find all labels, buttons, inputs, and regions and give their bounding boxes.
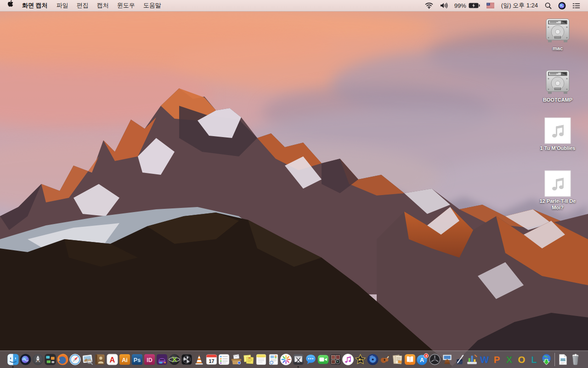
desktop-wallpaper	[0, 0, 588, 368]
excel-x-icon: X	[503, 353, 515, 366]
safari-icon	[69, 353, 81, 366]
dock-item-lync[interactable]: L	[528, 351, 540, 368]
dock-item-vlc[interactable]	[193, 351, 205, 368]
dock-item-web-downloader[interactable]	[540, 351, 553, 368]
dock-item-reminders[interactable]	[218, 351, 230, 368]
dock-item-itunes[interactable]	[342, 351, 354, 368]
battery-status[interactable]: 99%	[451, 0, 483, 11]
hard-drive-icon	[544, 68, 571, 96]
menu-help[interactable]: 도움말	[139, 0, 165, 11]
dock-item-projects-app[interactable]	[391, 351, 404, 368]
menu-capture[interactable]: 캡처	[93, 0, 113, 11]
document-file-icon	[557, 353, 569, 366]
siri-icon	[19, 353, 32, 366]
menu-app-name[interactable]: 화면 캡처	[17, 0, 52, 11]
svg-text:4: 4	[425, 354, 427, 358]
desktop-icon-label: 1 Tu M'Oublies	[535, 145, 581, 152]
dock-item-imovie[interactable]	[354, 351, 367, 368]
audio-file-icon	[544, 117, 571, 144]
mail-archive-box-icon	[230, 353, 243, 366]
indesign-icon: ID	[143, 353, 156, 366]
grab-scissors-icon	[292, 353, 305, 366]
desktop-icon-audio-2[interactable]: 12 Parle-T-Il De Moi?	[535, 170, 581, 211]
dock-item-acrobat[interactable]: A	[106, 351, 119, 368]
svg-text:Ps: Ps	[133, 357, 140, 363]
menu-window[interactable]: 윈도우	[113, 0, 139, 11]
wifi-icon[interactable]	[422, 0, 436, 11]
menu-file[interactable]: 파일	[52, 0, 73, 11]
dock-item-preview[interactable]	[81, 351, 94, 368]
battery-percent: 99%	[454, 2, 466, 9]
volume-icon[interactable]	[436, 0, 451, 11]
desktop-icon-label: BOOTCAMP	[535, 97, 581, 104]
dock-item-toast[interactable]	[156, 351, 168, 368]
dock-item-indesign[interactable]: ID	[143, 351, 156, 368]
vlc-cone-icon	[193, 353, 205, 366]
reminders-icon	[218, 353, 230, 366]
spotlight-search-icon[interactable]	[542, 0, 555, 11]
dock-item-outlook[interactable]: O	[515, 351, 528, 368]
dock-item-keynote[interactable]	[441, 351, 453, 368]
dock-item-grab-screen-capture[interactable]	[292, 351, 305, 368]
dock-item-firefox[interactable]	[57, 351, 69, 368]
pages-inkwell-icon	[453, 353, 466, 366]
dock-item-document-file[interactable]	[557, 351, 569, 368]
dock-item-illustrator[interactable]: Ai	[119, 351, 131, 368]
menu-bar: 화면 캡처 파일 편집 캡처 윈도우 도움말 99%	[0, 0, 588, 12]
desktop-icon-label: 12 Parle-T-Il De Moi?	[535, 198, 581, 211]
calendar-icon: 17	[205, 353, 218, 366]
dock-item-photo-booth[interactable]	[329, 351, 342, 368]
powerpoint-p-icon: P	[491, 353, 503, 366]
ibooks-icon	[404, 353, 416, 366]
dock-item-calendar[interactable]: 17	[205, 351, 218, 368]
svg-text:A: A	[420, 357, 424, 363]
dock-item-numbers[interactable]	[466, 351, 478, 368]
dock-item-mission-control[interactable]	[44, 351, 57, 368]
siri-icon[interactable]	[555, 0, 569, 11]
finder-icon	[7, 353, 19, 366]
garageband-guitar-icon	[379, 353, 391, 366]
desktop-icon-bootcamp[interactable]: BOOTCAMP	[535, 68, 581, 104]
svg-text:P: P	[493, 355, 500, 365]
dock-item-document-app[interactable]	[267, 351, 280, 368]
dock-item-notes[interactable]	[255, 351, 267, 368]
svg-text:ID: ID	[147, 357, 153, 363]
dock-item-photoshop[interactable]: Ps	[131, 351, 143, 368]
svg-text:17: 17	[209, 358, 214, 364]
apple-menu[interactable]	[6, 0, 17, 11]
notification-center-icon[interactable]	[569, 0, 583, 11]
dock-item-dial-app[interactable]	[429, 351, 441, 368]
app-store-icon: A 4	[416, 353, 429, 366]
dock-item-excel[interactable]: X	[503, 351, 515, 368]
dock-item-media-sphere-app[interactable]	[168, 351, 181, 368]
dock-item-finder[interactable]	[7, 351, 19, 368]
menu-clock[interactable]: (일) 오후 1:24	[498, 1, 542, 10]
photo-booth-icon	[329, 353, 342, 366]
dvd-disc-icon	[367, 353, 379, 366]
input-language-flag[interactable]	[483, 0, 498, 11]
us-flag-icon	[486, 3, 494, 8]
dock-item-messages[interactable]	[305, 351, 317, 368]
imovie-star-icon	[354, 353, 367, 366]
dock-item-garageband[interactable]	[379, 351, 391, 368]
dock-item-facetime[interactable]	[317, 351, 329, 368]
dock-item-fan-utility-app[interactable]	[181, 351, 193, 368]
dock-item-stickies[interactable]	[243, 351, 255, 368]
dock-item-pages[interactable]	[453, 351, 466, 368]
menu-edit[interactable]: 편집	[73, 0, 93, 11]
dock-item-powerpoint[interactable]: P	[491, 351, 503, 368]
dock-item-launchpad[interactable]	[32, 351, 44, 368]
dock-item-photos[interactable]	[280, 351, 292, 368]
dock-item-app-store[interactable]: A 4	[416, 351, 429, 368]
dock-item-dvd-app[interactable]	[367, 351, 379, 368]
firefox-icon	[57, 353, 69, 366]
dock-item-address-book[interactable]	[94, 351, 106, 368]
desktop-icon-mac[interactable]: mac	[535, 17, 581, 52]
dock-item-siri[interactable]	[19, 351, 32, 368]
dock-item-trash[interactable]	[569, 351, 582, 368]
dock-item-safari[interactable]	[69, 351, 81, 368]
desktop-icon-audio-1[interactable]: 1 Tu M'Oublies	[535, 117, 581, 152]
dock-item-ibooks[interactable]	[404, 351, 416, 368]
dock-item-word[interactable]: W	[478, 351, 491, 368]
dock-item-mail-archive-app[interactable]	[230, 351, 243, 368]
